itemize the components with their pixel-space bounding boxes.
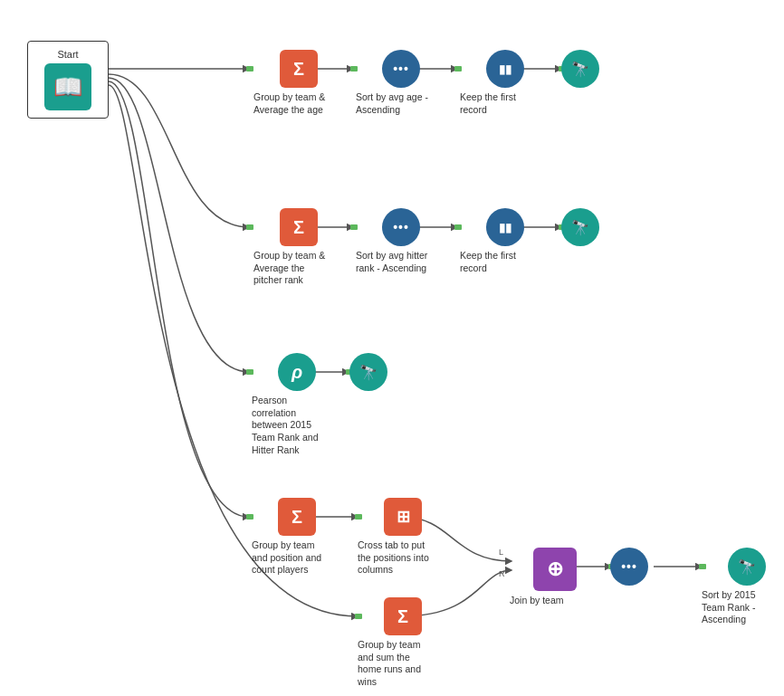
row2-browse-node[interactable]: 🔭 xyxy=(561,208,599,246)
row3-pearson-node[interactable]: ρ Pearsoncorrelationbetween 2015Team Ran… xyxy=(252,353,342,456)
final-browse-label: Sort by 2015Team Rank -Ascending xyxy=(702,589,784,626)
final-sort-node[interactable]: ••• xyxy=(610,548,648,586)
row1-browse-node[interactable]: 🔭 xyxy=(561,50,599,88)
row1-browse-icon: 🔭 xyxy=(561,50,599,88)
join-port-r: R xyxy=(499,569,505,578)
row3-pearson-icon: ρ xyxy=(278,353,316,391)
row1-sort-label: Sort by avg age -Ascending xyxy=(356,91,446,116)
row2-sort-icon: ••• xyxy=(382,208,420,246)
row5-summarize-node[interactable]: Σ Group by teamand sum thehome runs andw… xyxy=(358,597,448,689)
row4-summarize-node[interactable]: Σ Group by teamand position andcount pla… xyxy=(252,498,342,577)
row2-summarize-node[interactable]: Σ Group by team &Average thepitcher rank xyxy=(253,208,344,287)
join-port-l: L xyxy=(499,548,503,557)
row1-filter-node[interactable]: ▮▮ Keep the firstrecord xyxy=(460,50,550,116)
row2-browse-icon: 🔭 xyxy=(561,208,599,246)
workflow-canvas: Start 📖 Σ Group by team &Average the age… xyxy=(0,0,784,696)
final-browse-node[interactable]: 🔭 Sort by 2015Team Rank -Ascending xyxy=(702,548,784,626)
row4-summarize-icon: Σ xyxy=(278,498,316,536)
row1-summarize-node[interactable]: Σ Group by team &Average the age xyxy=(253,50,344,116)
row4-crosstab-icon: ⊞ xyxy=(384,498,422,536)
join-node[interactable]: ⊕ Join by team L R xyxy=(510,548,600,607)
row2-sort-label: Sort by avg hitterrank - Ascending xyxy=(356,250,446,274)
svg-rect-11 xyxy=(246,66,253,72)
row1-filter-label: Keep the firstrecord xyxy=(460,91,550,116)
row5-summarize-label: Group by teamand sum thehome runs andwin… xyxy=(358,639,448,689)
row4-crosstab-node[interactable]: ⊞ Cross tab to putthe positions intocolu… xyxy=(358,498,448,577)
row4-crosstab-label: Cross tab to putthe positions intocolumn… xyxy=(358,539,448,577)
row2-summarize-icon: Σ xyxy=(280,208,318,246)
row4-summarize-label: Group by teamand position andcount playe… xyxy=(252,539,342,577)
start-icon: 📖 xyxy=(44,63,91,110)
row3-browse-node[interactable]: 🔭 xyxy=(349,353,387,391)
start-node[interactable]: Start 📖 xyxy=(27,41,109,119)
svg-rect-15 xyxy=(246,224,253,230)
row2-filter-label: Keep the firstrecord xyxy=(460,250,550,274)
row1-filter-icon: ▮▮ xyxy=(486,50,524,88)
join-label: Join by team xyxy=(510,595,600,607)
row3-browse-icon: 🔭 xyxy=(349,353,387,391)
row1-sort-icon: ••• xyxy=(382,50,420,88)
row5-summarize-icon: Σ xyxy=(384,597,422,635)
row2-sort-node[interactable]: ••• Sort by avg hitterrank - Ascending xyxy=(356,208,446,274)
row1-sort-node[interactable]: ••• Sort by avg age -Ascending xyxy=(356,50,446,116)
row1-summarize-icon: Σ xyxy=(280,50,318,88)
join-icon: ⊕ xyxy=(533,548,577,591)
row1-summarize-label: Group by team &Average the age xyxy=(253,91,344,116)
row2-filter-icon: ▮▮ xyxy=(486,208,524,246)
row3-pearson-label: Pearsoncorrelationbetween 2015Team Rank … xyxy=(252,395,342,456)
row2-summarize-label: Group by team &Average thepitcher rank xyxy=(253,250,344,287)
row2-filter-node[interactable]: ▮▮ Keep the firstrecord xyxy=(460,208,550,274)
final-sort-icon: ••• xyxy=(610,548,648,586)
start-label: Start xyxy=(57,49,78,60)
final-browse-icon: 🔭 xyxy=(728,548,766,586)
